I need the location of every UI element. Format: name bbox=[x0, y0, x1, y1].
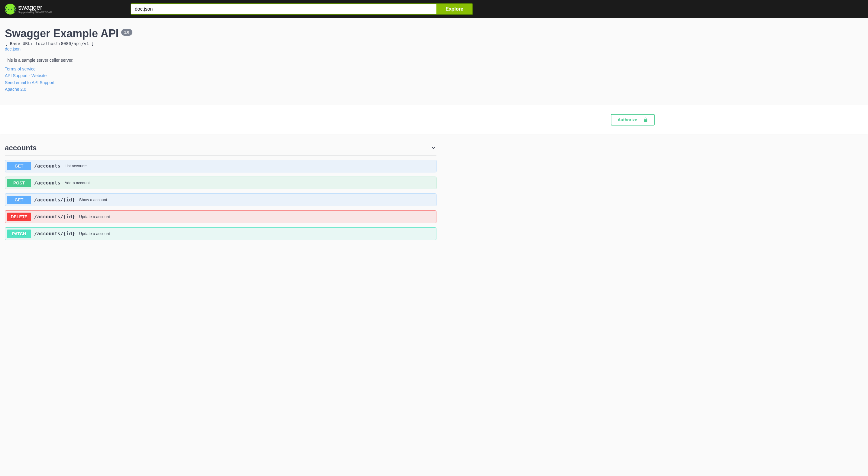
base-url: [ Base URL: localhost:8080/api/v1 ] bbox=[5, 41, 436, 46]
topbar: {··} swagger Supported by SMARTBEAR Expl… bbox=[0, 0, 868, 18]
lock-icon bbox=[643, 117, 648, 122]
doc-json-link[interactable]: doc.json bbox=[5, 47, 21, 52]
method-badge: GET bbox=[7, 162, 31, 170]
authorize-label: Authorize bbox=[617, 117, 637, 122]
operation-path: /accounts/{id} bbox=[34, 231, 75, 237]
logo-subtext: Supported by SMARTBEAR bbox=[18, 11, 52, 14]
operation-row[interactable]: DELETE/accounts/{id}Update a account bbox=[5, 210, 436, 223]
chevron-down-icon bbox=[430, 145, 436, 151]
spec-url-form: Explore bbox=[130, 3, 473, 15]
method-badge: PATCH bbox=[7, 230, 31, 238]
operation-summary: Update a account bbox=[79, 231, 110, 236]
operation-row[interactable]: POST/accountsAdd a account bbox=[5, 177, 436, 189]
method-badge: DELETE bbox=[7, 213, 31, 221]
method-badge: GET bbox=[7, 196, 31, 204]
version-badge: 1.0 bbox=[121, 29, 132, 36]
operation-path: /accounts bbox=[34, 180, 60, 186]
contact-website-link[interactable]: API Support - Website bbox=[5, 72, 436, 79]
logo[interactable]: {··} swagger Supported by SMARTBEAR bbox=[5, 4, 52, 14]
terms-of-service-link[interactable]: Terms of service bbox=[5, 66, 436, 72]
logo-main: swagger bbox=[18, 4, 52, 11]
operation-summary: Show a account bbox=[79, 198, 107, 202]
operation-summary: Update a account bbox=[79, 214, 110, 219]
api-description: This is a sample server celler server. bbox=[5, 58, 436, 63]
operation-path: /accounts/{id} bbox=[34, 197, 75, 203]
license-link[interactable]: Apache 2.0 bbox=[5, 86, 436, 93]
operation-summary: List accounts bbox=[65, 163, 88, 168]
logo-text: swagger Supported by SMARTBEAR bbox=[18, 4, 52, 14]
operation-row[interactable]: PATCH/accounts/{id}Update a account bbox=[5, 228, 436, 240]
operation-row[interactable]: GET/accountsList accounts bbox=[5, 160, 436, 172]
operation-summary: Add a account bbox=[65, 181, 90, 185]
swagger-logo-icon: {··} bbox=[5, 4, 16, 14]
authorize-button[interactable]: Authorize bbox=[611, 114, 655, 125]
operation-row[interactable]: GET/accounts/{id}Show a account bbox=[5, 194, 436, 206]
tag-accounts[interactable]: accounts bbox=[5, 141, 436, 155]
spec-url-input[interactable] bbox=[131, 4, 436, 14]
operation-path: /accounts/{id} bbox=[34, 214, 75, 219]
title-row: Swagger Example API 1.0 bbox=[5, 27, 436, 40]
explore-button[interactable]: Explore bbox=[436, 4, 472, 14]
method-badge: POST bbox=[7, 179, 31, 187]
info-links: Terms of service API Support - Website S… bbox=[5, 66, 436, 93]
api-title: Swagger Example API bbox=[5, 27, 119, 40]
tag-name: accounts bbox=[5, 144, 37, 152]
operation-path: /accounts bbox=[34, 163, 60, 169]
contact-email-link[interactable]: Send email to API Support bbox=[5, 79, 436, 86]
operations-section: accounts GET/accountsList accountsPOST/a… bbox=[0, 135, 441, 246]
scheme-container: Authorize bbox=[0, 105, 868, 135]
info-section: Swagger Example API 1.0 [ Base URL: loca… bbox=[0, 18, 441, 105]
